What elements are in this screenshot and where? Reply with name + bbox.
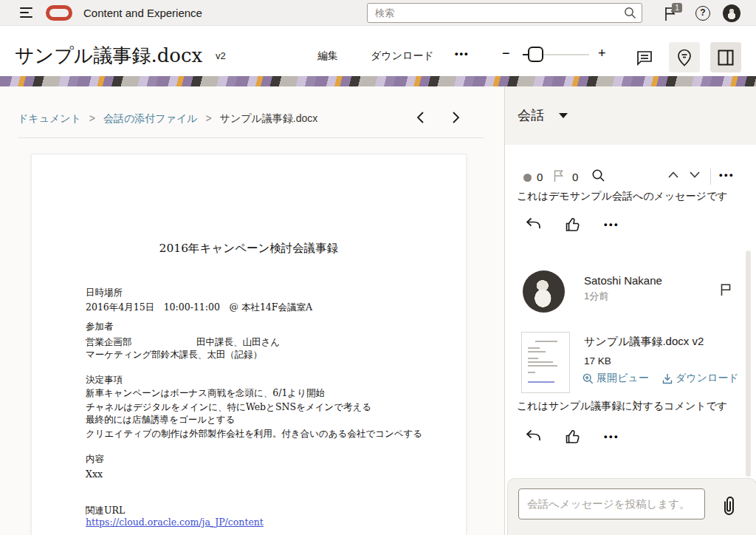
document-line: 日時場所 [86,287,123,299]
attachment-name: サンプル議事録.docx v2 [584,335,704,349]
reply-button[interactable] [524,428,542,444]
app-title: Content and Experience [83,7,202,19]
document-heading: 2016年キャンペーン検討会議事録 [32,241,466,256]
conversation-search-button[interactable] [591,168,605,183]
download-button[interactable]: ダウンロード [371,50,434,63]
message-text: これはデモサンプル会話へのメッセージです [517,190,728,203]
chevron-up-icon[interactable] [668,171,678,178]
download-icon [662,373,673,384]
author-avatar[interactable] [523,270,565,313]
pin-icon [676,48,693,67]
expanded-view-link[interactable]: 展開ビュー [583,372,649,385]
document-line: 参加者 [86,321,114,333]
comment-more-button[interactable]: ••• [604,431,619,442]
like-button[interactable] [564,216,581,233]
breadcrumb-separator: > [89,112,95,124]
document-line: 決定事項 [86,374,123,386]
comment-text: これはサンプル議事録に対するコメントです [517,400,727,413]
reply-button[interactable] [524,216,542,232]
document-line: マーケティング部鈴木課長、太田（記録） [86,349,262,361]
flag-count: 0 [572,171,578,183]
document-line: 最終的には店舗誘導をゴールとする [86,414,235,426]
author-name: Satoshi Nakane [584,274,662,287]
message-timestamp: 1分前 [584,290,608,303]
unread-indicator-icon[interactable] [523,174,532,182]
comment-actions: ••• [505,428,756,447]
notification-badge: 1 [672,3,682,13]
message-more-button[interactable]: ••• [604,219,619,230]
hamburger-menu-icon[interactable] [20,7,32,18]
document-preview-area: ドキュメント > 会話の添付ファイル > サンプル議事録.docx 2016年キ… [0,86,504,535]
oracle-logo [46,5,72,21]
chevron-down-nav-icon[interactable] [690,171,700,178]
panel-title: 会話 [518,106,544,124]
message-actions: ••• [505,216,756,235]
search-icon[interactable] [624,7,636,19]
document-line: チャネルはデジタルをメインに、特にWebとSNSをメインで考える [86,401,371,414]
flag-message-button[interactable] [719,282,732,296]
zoom-slider-handle[interactable] [528,47,543,62]
panel-header-dropdown[interactable]: 会話 [505,86,756,145]
document-line: クリエイティブの制作は外部製作会社を利用。付き合いのある会社でコンペする [86,428,422,440]
document-line: Xxx [86,468,103,480]
attachment-download-label: ダウンロード [676,372,739,385]
unread-count: 0 [537,171,543,183]
zoom-out-button[interactable]: − [502,46,510,61]
panel-scrollbar[interactable] [746,251,751,477]
comment-bubble-icon [635,48,654,67]
conversation-more-button[interactable]: ••• [719,169,735,180]
annotations-button[interactable] [669,42,700,72]
attach-file-button[interactable] [719,495,738,517]
breadcrumb-current-file: サンプル議事録.docx [220,112,318,124]
breadcrumb-attachments-link[interactable]: 会話の添付ファイル [103,112,198,124]
document-line: 内容 [86,453,104,466]
conversation-panel: 会話 0 0 ••• これはデモサンプル会話へのメッセージです [504,86,756,535]
side-panel-toggle-button[interactable] [710,42,741,72]
conversation-toolbar: 0 0 ••• [505,164,756,186]
flagged-filter-button[interactable] [552,168,566,183]
help-button[interactable]: ? [695,6,710,21]
attachment-thumbnail[interactable] [521,332,570,393]
top-bar: Content and Experience 1 ? [0,0,756,26]
version-badge: v2 [216,50,226,61]
like-button[interactable] [564,428,581,445]
expanded-view-label: 展開ビュー [597,372,649,385]
banner-pattern [0,76,756,86]
chevron-down-icon [559,113,568,118]
comments-button[interactable] [629,42,660,72]
breadcrumb-documents-link[interactable]: ドキュメント [18,112,81,124]
attachment-size: 17 KB [584,355,611,367]
breadcrumb: ドキュメント > 会話の添付ファイル > サンプル議事録.docx [18,112,317,126]
app-window: Content and Experience 1 ? サンプル議事録.docx … [0,0,756,535]
zoom-in-button[interactable]: + [598,46,606,61]
global-search [367,3,642,23]
next-file-button[interactable] [450,109,466,126]
notifications-button[interactable]: 1 [663,5,682,23]
search-input[interactable] [367,3,642,23]
side-panel-icon [717,49,735,67]
document-title: サンプル議事録.docx [15,43,202,69]
document-line: 2016年4月15日 10:00-11:00 @ 本社14F会議室A [86,301,312,314]
attachment-download-link[interactable]: ダウンロード [662,372,739,385]
document-line: 新車キャンペーンはボーナス商戦を念頭に、6/1より開始 [86,387,325,400]
breadcrumb-divider [18,137,484,138]
document-line: 関連URL [86,505,125,517]
document-page: 2016年キャンペーン検討会議事録 日時場所 2016年4月15日 10:00-… [31,154,467,535]
document-toolbar: サンプル議事録.docx v2 編集 ダウンロード ••• − + [0,27,756,76]
expand-view-icon [583,373,594,384]
user-avatar[interactable] [723,4,740,22]
document-url-link[interactable]: https://cloud.oracle.com/ja_JP/content [86,517,264,528]
edit-button[interactable]: 編集 [317,50,338,63]
previous-file-button[interactable] [415,109,431,126]
document-line: 営業企画部 田中課長、山田さん [86,336,280,349]
more-actions-button[interactable]: ••• [455,48,470,59]
breadcrumb-separator: > [205,112,211,124]
message-input[interactable] [518,488,705,519]
toolbar-divider [710,168,711,185]
message-composer [507,478,756,535]
